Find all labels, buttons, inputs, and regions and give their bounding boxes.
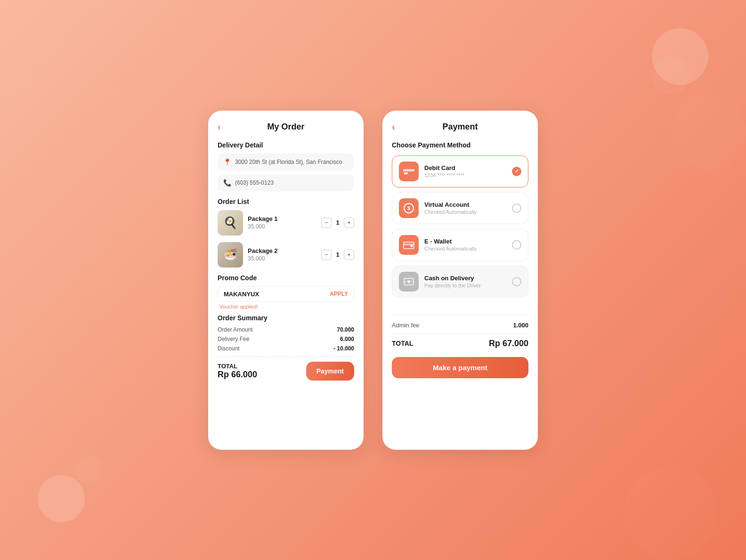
cash-icon-wrap — [399, 272, 419, 292]
cash-name: Cash on Delivery — [424, 275, 506, 282]
svg-point-10 — [405, 281, 406, 282]
summary-value-delivery: 6.000 — [340, 336, 354, 342]
delivery-address-field[interactable]: 📍 3000 20th St (at Florida St), San Fran… — [218, 154, 354, 170]
cash-icon — [403, 277, 414, 286]
location-icon: 📍 — [223, 158, 231, 166]
summary-label-discount: Discount — [218, 345, 240, 352]
virtual-account-radio[interactable] — [512, 203, 521, 213]
promo-code-title: Promo Code — [218, 274, 354, 282]
my-order-panel: ‹ My Order Delivery Detail 📍 3000 20th S… — [208, 111, 364, 450]
payment-method-virtual[interactable]: $ Virtual Account Checked Automatically — [392, 192, 528, 224]
debit-card-sub: 1234 **** **** **** — [424, 172, 506, 178]
ewallet-info: E - Wallet Checked Automatically — [424, 238, 506, 252]
summary-divider — [218, 357, 354, 357]
svg-point-11 — [412, 281, 413, 282]
item-image-1: 🍳 — [218, 210, 243, 235]
promo-input-row: APPLY — [218, 286, 354, 302]
quantity-control-1: − 1 + — [321, 218, 354, 228]
virtual-account-sub: Checked Automatically — [424, 209, 506, 215]
qty-decrease-1[interactable]: − — [321, 218, 332, 228]
summary-row-amount: Order Amount 70.000 — [218, 326, 354, 333]
promo-section: Promo Code APPLY Voucher applied! — [218, 274, 354, 309]
debit-card-radio[interactable] — [512, 167, 521, 176]
virtual-account-info: Virtual Account Checked Automatically — [424, 201, 506, 215]
payment-button[interactable]: Payment — [306, 362, 354, 381]
apply-button[interactable]: APPLY — [330, 291, 348, 297]
svg-rect-2 — [404, 172, 408, 174]
payment-method-cash[interactable]: Cash on Delivery Pay directly to the Dri… — [392, 266, 528, 298]
total-label: TOTAL — [218, 363, 257, 370]
payment-method-ewallet[interactable]: E - Wallet Checked Automatically — [392, 229, 528, 261]
summary-label-amount: Order Amount — [218, 326, 253, 333]
svg-rect-1 — [403, 169, 414, 171]
svg-text:$: $ — [407, 205, 410, 211]
qty-increase-1[interactable]: + — [344, 218, 354, 228]
my-order-header: ‹ My Order — [218, 122, 354, 132]
summary-label-delivery: Delivery Fee — [218, 336, 249, 342]
total-row: TOTAL Rp 66.000 Payment — [218, 362, 354, 381]
ewallet-name: E - Wallet — [424, 238, 506, 245]
virtual-account-icon: $ — [403, 203, 414, 214]
cash-radio[interactable] — [512, 277, 521, 286]
admin-fee-row: Admin fee 1.000 — [392, 315, 528, 333]
svg-point-9 — [407, 280, 410, 283]
order-item-2: 🍜 Package 2 35.000 − 1 + — [218, 242, 354, 268]
qty-decrease-2[interactable]: − — [321, 250, 332, 260]
payment-method-debit[interactable]: Debit Card 1234 **** **** **** — [392, 155, 528, 187]
item-info-1: Package 1 35.000 — [248, 215, 316, 230]
total-amount: Rp 66.000 — [218, 370, 257, 380]
ewallet-radio[interactable] — [512, 240, 521, 250]
virtual-account-name: Virtual Account — [424, 201, 506, 208]
debit-card-icon — [403, 167, 414, 176]
debit-card-icon-wrap — [399, 162, 419, 181]
cash-info: Cash on Delivery Pay directly to the Dri… — [424, 275, 506, 288]
ewallet-icon — [403, 240, 414, 250]
summary-value-amount: 70.000 — [337, 326, 354, 333]
debit-card-info: Debit Card 1234 **** **** **** — [424, 164, 506, 178]
delivery-detail-title: Delivery Detail — [218, 141, 354, 149]
delivery-phone-field[interactable]: 📞 (603) 555-0123 — [218, 174, 354, 191]
order-summary-title: Order Summary — [218, 314, 354, 322]
item-image-2: 🍜 — [218, 242, 243, 268]
payment-total-row: TOTAL Rp 67.000 — [392, 333, 528, 349]
delivery-phone: (603) 555-0123 — [235, 179, 274, 186]
payment-back-button[interactable]: ‹ — [392, 122, 395, 132]
choose-method-title: Choose Payment Method — [392, 141, 528, 149]
payment-total-label: TOTAL — [392, 340, 413, 347]
promo-input[interactable] — [224, 291, 330, 298]
total-left: TOTAL Rp 66.000 — [218, 363, 257, 380]
summary-value-discount: - 10.000 — [333, 345, 354, 352]
payment-title: Payment — [442, 122, 478, 132]
admin-fee-label: Admin fee — [392, 322, 420, 329]
order-list-title: Order List — [218, 198, 354, 205]
voucher-applied-message: Voucher applied! — [219, 304, 354, 309]
svg-point-7 — [410, 244, 413, 247]
item-name-1: Package 1 — [248, 215, 316, 222]
item-name-2: Package 2 — [248, 247, 316, 254]
my-order-back-button[interactable]: ‹ — [218, 122, 221, 132]
qty-increase-2[interactable]: + — [344, 250, 354, 260]
delivery-address: 3000 20th St (at Florida St), San Franci… — [235, 159, 342, 165]
order-item-1: 🍳 Package 1 35.000 − 1 + — [218, 210, 354, 235]
admin-fee-value: 1.000 — [513, 322, 528, 329]
item-price-2: 35.000 — [248, 255, 316, 262]
payment-total-amount: Rp 67.000 — [489, 339, 528, 349]
cash-sub: Pay directly to the Driver — [424, 283, 506, 288]
summary-row-discount: Discount - 10.000 — [218, 345, 354, 352]
phone-icon: 📞 — [223, 179, 231, 187]
virtual-account-icon-wrap: $ — [399, 198, 419, 218]
payment-header: ‹ Payment — [392, 122, 528, 132]
payment-panel: ‹ Payment Choose Payment Method Debit Ca… — [382, 111, 538, 450]
item-info-2: Package 2 35.000 — [248, 247, 316, 262]
spacer — [392, 302, 528, 312]
panels-container: ‹ My Order Delivery Detail 📍 3000 20th S… — [208, 111, 538, 450]
ewallet-sub: Checked Automatically — [424, 246, 506, 252]
ewallet-icon-wrap — [399, 235, 419, 255]
make-payment-button[interactable]: Make a payment — [392, 357, 528, 378]
quantity-control-2: − 1 + — [321, 250, 354, 260]
qty-num-1: 1 — [334, 219, 341, 226]
summary-row-delivery: Delivery Fee 6.000 — [218, 336, 354, 342]
debit-card-name: Debit Card — [424, 164, 506, 171]
qty-num-2: 1 — [334, 251, 341, 258]
my-order-title: My Order — [267, 122, 304, 132]
